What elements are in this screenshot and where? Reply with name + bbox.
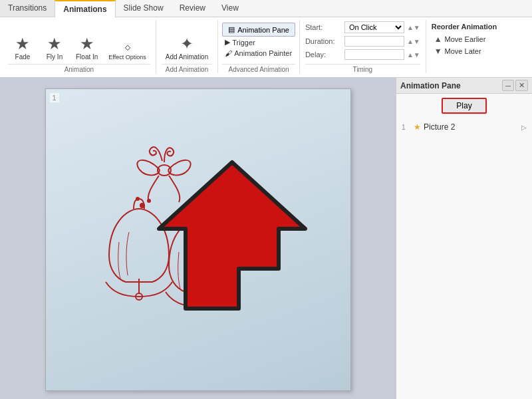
animation-group-label: Animation (8, 64, 150, 73)
animation-pane-header: Animation Pane ─ ✕ (396, 78, 532, 94)
fade-button[interactable]: ★ Fade (8, 34, 37, 63)
play-button[interactable]: Play (442, 98, 486, 114)
advanced-animation-group-label: Advanced Animation (222, 64, 295, 73)
fade-label: Fade (15, 53, 31, 61)
fly-in-icon: ★ (47, 36, 62, 52)
animation-pane-label: Animation Pane (237, 26, 289, 34)
bells-drawing (66, 142, 265, 331)
animation-items-row: ★ Fade ★ Fly In ★ Float In ⬦ Effect Opti… (8, 20, 150, 63)
fly-in-button[interactable]: ★ Fly In (40, 34, 69, 63)
tab-transitions[interactable]: Transitions (0, 0, 55, 17)
tab-view[interactable]: View (213, 0, 247, 17)
start-row: Start: On Click With Previous After Prev… (305, 20, 420, 35)
add-animation-button[interactable]: ✦ Add Animation (162, 34, 213, 63)
animation-pane-close-button[interactable]: ✕ (515, 80, 528, 91)
animation-pane-title: Animation Pane (400, 81, 461, 90)
timing-group-label: Timing (305, 64, 420, 73)
animation-item-play-icon: ▷ (521, 124, 527, 131)
animation-pane-minimize-button[interactable]: ─ (502, 80, 514, 91)
delay-spinner-icon: ▲▼ (407, 51, 420, 59)
start-select[interactable]: On Click With Previous After Previous (344, 21, 404, 33)
trigger-icon: ▶ (225, 38, 230, 47)
duration-row: Duration: ▲▼ (305, 35, 420, 48)
animation-group: ★ Fade ★ Fly In ★ Float In ⬦ Effect Opti… (3, 20, 156, 73)
move-later-button[interactable]: ▼ Move Later (432, 45, 497, 57)
tab-animations[interactable]: Animations (55, 0, 115, 17)
fade-icon: ★ (15, 36, 30, 52)
duration-label: Duration: (305, 37, 342, 45)
reorder-group: Reorder Animation ▲ Move Earlier ▼ Move … (426, 20, 503, 73)
animation-pane-controls: ─ ✕ (502, 80, 528, 91)
move-later-label: Move Later (445, 47, 481, 55)
fly-in-label: Fly In (47, 53, 63, 61)
effect-options-icon: ⬦ (124, 39, 132, 54)
duration-input[interactable] (344, 36, 404, 47)
add-animation-group-label: Add Animation (162, 64, 213, 73)
animation-item-star-icon: ★ (414, 122, 421, 132)
add-animation-icon: ✦ (180, 36, 194, 52)
tab-review[interactable]: Review (172, 0, 213, 17)
animation-item[interactable]: 1 ★ Picture 2 ▷ (399, 120, 529, 134)
move-later-icon: ▼ (434, 47, 442, 56)
play-button-area: Play (396, 94, 532, 118)
svg-point-6 (147, 199, 151, 203)
trigger-button[interactable]: ▶ Trigger (222, 37, 295, 48)
start-chevron-icon: ▲▼ (407, 24, 420, 31)
add-animation-label: Add Animation (166, 53, 209, 61)
move-earlier-button[interactable]: ▲ Move Earlier (432, 33, 497, 45)
delay-label: Delay: (305, 51, 342, 59)
tab-slideshow[interactable]: Slide Show (116, 0, 172, 17)
ribbon-content: ★ Fade ★ Fly In ★ Float In ⬦ Effect Opti… (0, 17, 532, 77)
painter-icon: 🖌 (225, 49, 232, 57)
slide-canvas[interactable]: 1 (45, 88, 351, 391)
ribbon: Transitions Animations Slide Show Review… (0, 0, 532, 78)
delay-row: Delay: ▲▼ (305, 48, 420, 61)
advanced-animation-group: ▤ Animation Pane ▶ Trigger 🖌 Animation P… (218, 20, 300, 73)
add-animation-group: ✦ Add Animation Add Animation (156, 20, 219, 73)
animation-pane: Animation Pane ─ ✕ Play 1 ★ Picture 2 ▷ (396, 78, 532, 399)
slide-number: 1 (50, 93, 59, 102)
animation-item-num: 1 (402, 124, 411, 131)
animation-item-label: Picture 2 (424, 122, 455, 132)
reorder-title: Reorder Animation (432, 20, 497, 33)
effect-options-label: Effect Options (108, 54, 146, 61)
bells-svg (66, 142, 265, 329)
duration-spinner-icon: ▲▼ (407, 38, 420, 45)
animation-pane-items: 1 ★ Picture 2 ▷ (396, 118, 532, 399)
float-in-label: Float In (76, 53, 98, 61)
delay-input[interactable] (344, 49, 404, 60)
timing-group: Start: On Click With Previous After Prev… (300, 20, 426, 73)
move-earlier-label: Move Earlier (445, 35, 486, 43)
float-in-icon: ★ (80, 36, 94, 52)
start-label: Start: (305, 23, 342, 31)
effect-options-button[interactable]: ⬦ Effect Options (104, 37, 150, 63)
trigger-label: Trigger (232, 39, 255, 47)
animation-painter-button[interactable]: 🖌 Animation Painter (222, 48, 295, 59)
main-area: 1 (0, 78, 532, 399)
move-earlier-icon: ▲ (434, 35, 442, 44)
slide-area: 1 (0, 78, 396, 399)
svg-point-5 (140, 203, 145, 208)
ribbon-tab-bar: Transitions Animations Slide Show Review… (0, 0, 532, 17)
add-animation-items: ✦ Add Animation (162, 20, 213, 63)
animation-pane-icon: ▤ (228, 25, 235, 34)
animation-pane-button[interactable]: ▤ Animation Pane (222, 23, 295, 37)
float-in-button[interactable]: ★ Float In (72, 34, 102, 63)
animation-painter-label: Animation Painter (234, 49, 292, 57)
svg-point-7 (136, 197, 140, 201)
